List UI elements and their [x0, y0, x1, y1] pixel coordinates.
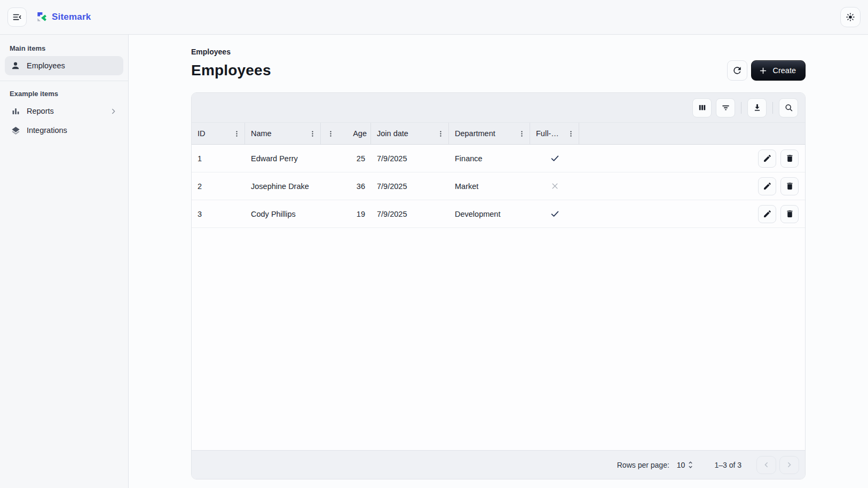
cell-full-time [530, 145, 579, 172]
edit-icon [763, 182, 772, 191]
person-icon [10, 60, 21, 71]
rows-per-page-label: Rows per page: [617, 461, 669, 469]
breadcrumb: Employees [191, 48, 806, 56]
table-row: 1 Edward Perry 25 7/9/2025 Finance [192, 145, 805, 172]
column-header-full-time[interactable]: Full-… [530, 123, 579, 144]
check-icon [550, 153, 560, 163]
bar-chart-icon [10, 106, 21, 116]
rows-per-page-select[interactable]: 10 [677, 460, 696, 469]
column-header-name[interactable]: Name [245, 123, 321, 144]
sidebar-item-integrations[interactable]: Integrations [5, 121, 123, 140]
cell-id: 3 [192, 200, 245, 227]
export-button[interactable] [747, 98, 767, 117]
column-menu-icon[interactable] [518, 130, 526, 138]
sidebar-item-label: Integrations [27, 126, 67, 135]
refresh-icon [732, 65, 743, 76]
sidebar-item-label: Employees [27, 61, 65, 70]
toolbar-divider [741, 102, 741, 114]
cell-department: Development [449, 200, 530, 227]
sun-icon [845, 12, 856, 22]
sidebar-section-example-items: Example items [5, 85, 123, 101]
cell-age: 25 [321, 145, 371, 172]
chevron-right-icon [109, 107, 118, 116]
refresh-button[interactable] [727, 60, 747, 81]
chevron-right-icon [784, 460, 794, 470]
sitemark-logo-icon [35, 11, 48, 23]
cell-department: Market [449, 172, 530, 200]
edit-button[interactable] [758, 205, 776, 223]
main-content: Employees Employees Create [129, 35, 868, 488]
page-header: Employees Create [191, 60, 806, 81]
menu-open-icon [12, 12, 22, 22]
cross-icon [550, 181, 560, 191]
cell-id: 2 [192, 172, 245, 200]
check-icon [550, 209, 560, 219]
previous-page-button[interactable] [756, 456, 776, 474]
edit-button[interactable] [758, 177, 776, 195]
delete-button[interactable] [780, 205, 799, 223]
grid-header-row: ID Name Age Join date [192, 123, 805, 145]
column-menu-icon[interactable] [233, 130, 241, 138]
column-menu-icon[interactable] [309, 130, 317, 138]
chevron-left-icon [761, 460, 771, 470]
create-button-label: Create [772, 66, 796, 75]
column-menu-icon[interactable] [327, 130, 335, 138]
theme-toggle-button[interactable] [840, 7, 861, 27]
page-header-actions: Create [727, 60, 806, 81]
trash-icon [785, 209, 794, 218]
cell-actions [579, 145, 805, 172]
cell-name: Cody Phillips [245, 200, 321, 227]
sidebar: Main items Employees Example items [0, 35, 129, 488]
create-button[interactable]: Create [751, 60, 806, 81]
grid-footer: Rows per page: 10 1–3 of 3 [192, 450, 805, 479]
unfold-more-icon [686, 460, 695, 469]
next-page-button[interactable] [779, 456, 799, 474]
search-icon [784, 103, 794, 113]
delete-button[interactable] [780, 177, 799, 195]
page-title: Employees [191, 62, 271, 79]
edit-button[interactable] [758, 149, 776, 168]
toolbar-divider [772, 102, 773, 114]
cell-actions [579, 172, 805, 200]
cell-age: 36 [321, 172, 371, 200]
filter-icon [721, 103, 731, 113]
columns-button[interactable] [692, 98, 712, 117]
sidebar-item-label: Reports [27, 107, 54, 115]
rows-per-page-value: 10 [677, 461, 685, 469]
column-header-department[interactable]: Department [449, 123, 530, 144]
delete-button[interactable] [780, 149, 799, 168]
column-header-join-date[interactable]: Join date [371, 123, 449, 144]
sidebar-section-main-items: Main items [5, 40, 123, 56]
cell-full-time [530, 172, 579, 200]
cell-id: 1 [192, 145, 245, 172]
edit-icon [763, 154, 772, 163]
search-button[interactable] [779, 98, 798, 117]
grid-rows: 1 Edward Perry 25 7/9/2025 Finance [192, 145, 805, 228]
sidebar-item-employees[interactable]: Employees [5, 56, 123, 75]
data-grid: ID Name Age Join date [191, 92, 806, 479]
filter-button[interactable] [716, 98, 735, 117]
cell-name: Josephine Drake [245, 172, 321, 200]
edit-icon [763, 209, 772, 218]
cell-join-date: 7/9/2025 [371, 145, 449, 172]
cell-join-date: 7/9/2025 [371, 172, 449, 200]
grid-toolbar [192, 93, 805, 123]
cell-actions [579, 200, 805, 227]
column-header-age[interactable]: Age [321, 123, 371, 144]
trash-icon [785, 182, 794, 191]
table-row: 2 Josephine Drake 36 7/9/2025 Market [192, 172, 805, 200]
columns-icon [697, 103, 707, 113]
plus-icon [759, 66, 768, 75]
sidebar-item-reports[interactable]: Reports [5, 101, 123, 121]
cell-name: Edward Perry [245, 145, 321, 172]
column-menu-icon[interactable] [567, 130, 575, 138]
column-menu-icon[interactable] [437, 130, 445, 138]
sidebar-divider [0, 81, 128, 81]
column-header-id[interactable]: ID [192, 123, 245, 144]
cell-full-time [530, 200, 579, 227]
sidebar-toggle-button[interactable] [7, 7, 27, 27]
cell-age: 19 [321, 200, 371, 227]
brand-logo[interactable]: Sitemark [35, 11, 91, 23]
column-header-actions [579, 123, 805, 144]
topbar: Sitemark [0, 0, 868, 35]
